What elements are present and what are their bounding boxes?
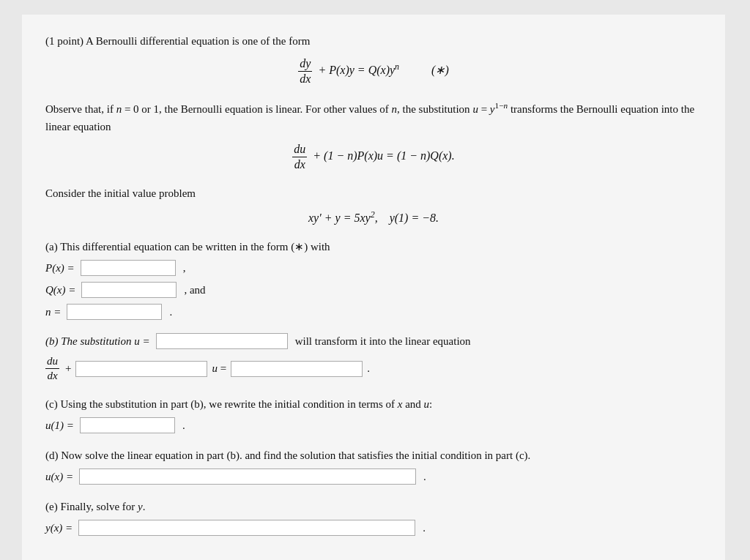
qx-input[interactable] <box>81 282 177 298</box>
yx-row: y(x) = . <box>45 520 702 536</box>
intro-text: (1 point) A Bernoulli differential equat… <box>45 32 702 50</box>
part-c-section: (c) Using the substitution in part (b), … <box>45 395 702 433</box>
linear-equation: du dx + (1 − n)P(x)u = (1 − n)Q(x). <box>45 143 702 171</box>
px-input[interactable] <box>81 260 176 276</box>
part-e-section: (e) Finally, solve for y. y(x) = . <box>45 498 702 536</box>
part-d-label: (d) Now solve the linear equation in par… <box>45 447 702 464</box>
px-label: P(x) = <box>45 262 75 275</box>
ux-input[interactable] <box>79 468 416 485</box>
rhs-input[interactable] <box>231 361 363 377</box>
px-row: P(x) = , <box>45 260 702 276</box>
coeff-input[interactable] <box>75 361 207 377</box>
du-dx-display: du dx <box>45 355 59 382</box>
plus-sign: + <box>65 362 71 375</box>
linear-eq-row: du dx + u = . <box>45 355 702 382</box>
sub-u-input[interactable] <box>156 333 288 349</box>
u-label-b: u = <box>212 362 226 375</box>
intro-section: (1 point) A Bernoulli differential equat… <box>45 32 702 86</box>
yx-label: y(x) = <box>45 522 73 534</box>
sub-row: (b) The substitution u = will transform … <box>45 333 702 349</box>
page-container: (1 point) A Bernoulli differential equat… <box>22 15 725 560</box>
du-dx-fraction: du dx <box>292 143 307 171</box>
ux-label: u(x) = <box>45 471 73 483</box>
part-a-section: (a) This differential equation can be wr… <box>45 238 702 320</box>
u1-label: u(1) = <box>45 419 74 432</box>
intro-title: A Bernoulli differential equation is one… <box>86 35 310 47</box>
n-period: . <box>169 306 172 318</box>
part-a-label: (a) This differential equation can be wr… <box>45 238 702 255</box>
will-transform: will transform it into the linear equati… <box>295 335 471 348</box>
observe-section: Observe that, if n = 0 or 1, the Bernoul… <box>45 99 702 171</box>
points-label: (1 point) <box>45 35 83 47</box>
part-b-section: (b) The substitution u = will transform … <box>45 333 702 382</box>
consider-text: Consider the initial value problem <box>45 184 702 202</box>
ux-period: . <box>423 471 426 483</box>
qx-label: Q(x) = <box>45 284 75 296</box>
part-b-label: (b) The substitution u = <box>45 335 150 348</box>
n-label: n = <box>45 306 61 318</box>
px-comma: , <box>183 262 186 275</box>
part-d-section: (d) Now solve the linear equation in par… <box>45 447 702 485</box>
n-row: n = . <box>45 304 702 320</box>
yx-input[interactable] <box>78 520 415 536</box>
u1-row: u(1) = . <box>45 417 702 433</box>
dy-dx-fraction: dy dx <box>298 57 312 86</box>
star-label: (∗) <box>431 64 449 76</box>
period-b: . <box>367 362 370 375</box>
consider-section: Consider the initial value problem xy′ +… <box>45 184 702 225</box>
bernoulli-equation: dy dx + P(x)y = Q(x)yn (∗) <box>45 57 702 86</box>
u1-period: . <box>182 419 185 432</box>
observe-text: Observe that, if n = 0 or 1, the Bernoul… <box>45 99 702 135</box>
part-c-label: (c) Using the substitution in part (b), … <box>45 395 702 413</box>
part-e-label: (e) Finally, solve for y. <box>45 498 702 515</box>
yx-period: . <box>423 522 426 534</box>
ivp-equation: xy′ + y = 5xy2, y(1) = −8. <box>45 209 702 225</box>
n-input[interactable] <box>67 304 162 320</box>
qx-and: , and <box>184 284 205 296</box>
qx-row: Q(x) = , and <box>45 282 702 298</box>
ux-row: u(x) = . <box>45 468 702 485</box>
u1-input[interactable] <box>80 417 175 433</box>
